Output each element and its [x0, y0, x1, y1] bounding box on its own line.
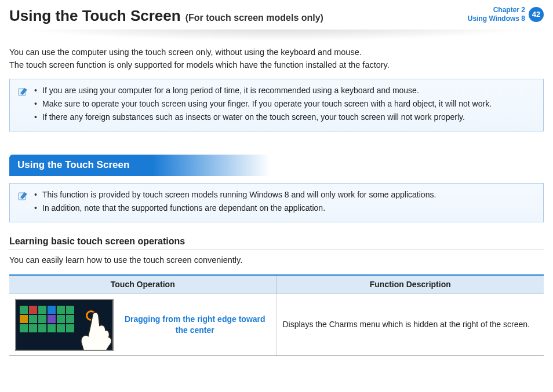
chapter-line2: Using Windows 8 [468, 14, 525, 23]
note-item: If there any foreign substances such as … [34, 112, 535, 123]
chapter-block: Chapter 2 Using Windows 8 42 [468, 6, 544, 23]
note-icon [18, 190, 28, 216]
gesture-thumbnail [15, 299, 114, 351]
note-icon [18, 86, 28, 125]
sub-heading: Learning basic touch screen operations [9, 235, 544, 251]
chapter-line1: Chapter 2 [468, 6, 525, 14]
touch-operations-table: Touch Operation Function Description [9, 274, 544, 356]
cell-description: Displays the Charms menu which is hidden… [276, 294, 544, 356]
note-box-1: If you are using your computer for a lon… [9, 79, 544, 131]
table-row: Dragging from the right edge toward the … [9, 294, 544, 356]
operation-label: Dragging from the right edge toward the … [119, 314, 271, 335]
intro-line1: You can use the computer using the touch… [9, 47, 544, 58]
table-header-operation: Touch Operation [9, 275, 276, 294]
note-item: Make sure to operate your touch screen u… [34, 98, 535, 109]
table-header-description: Function Description [276, 275, 544, 294]
note-item: This function is provided by touch scree… [34, 189, 535, 200]
page-number-badge: 42 [529, 7, 544, 22]
chapter-text: Chapter 2 Using Windows 8 [468, 6, 525, 23]
sub-intro: You can easily learn how to use the touc… [9, 255, 544, 266]
hand-icon [75, 308, 114, 351]
page-subtitle: (For touch screen models only) [185, 12, 323, 24]
title-group: Using the Touch Screen (For touch screen… [9, 6, 323, 26]
note-list-1: If you are using your computer for a lon… [34, 85, 535, 125]
header-shadow-divider [0, 30, 553, 41]
page-header: Using the Touch Screen (For touch screen… [9, 0, 544, 30]
note-list-2: This function is provided by touch scree… [34, 189, 535, 216]
cell-operation: Dragging from the right edge toward the … [9, 294, 276, 356]
intro-text: You can use the computer using the touch… [9, 47, 544, 71]
page-title: Using the Touch Screen [9, 6, 181, 26]
note-box-2: This function is provided by touch scree… [9, 183, 544, 222]
intro-line2: The touch screen function is only suppor… [9, 60, 544, 71]
section-heading: Using the Touch Screen [9, 155, 270, 176]
note-item: In addition, note that the supported fun… [34, 203, 535, 214]
note-item: If you are using your computer for a lon… [34, 85, 535, 96]
